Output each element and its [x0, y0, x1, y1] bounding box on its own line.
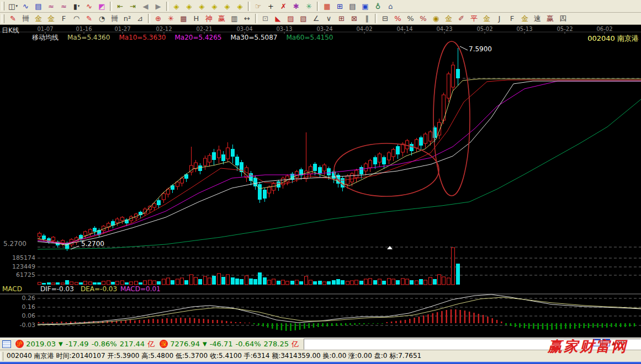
last-page-button[interactable]: ⇥ — [126, 1, 139, 12]
grid-box-button[interactable]: ⊞ — [335, 13, 348, 24]
shen-grid-button[interactable]: 神 — [203, 13, 215, 24]
network-button[interactable]: ♁ — [372, 1, 384, 12]
save-button[interactable]: ▣ — [359, 1, 372, 12]
gann-tool-button[interactable]: ✱ — [290, 1, 303, 12]
mini-window-icon[interactable] — [602, 339, 610, 346]
shrink-right-button[interactable]: ◈ — [183, 1, 195, 12]
ruler-tool-icon: ▥ — [231, 15, 237, 22]
golden-lines-button[interactable]: 金 — [442, 13, 455, 24]
expand-vertical-button[interactable]: ◈ — [221, 1, 234, 12]
vscale-label: 123449 — [0, 263, 35, 270]
parallel-lines-button[interactable]: ∥ — [361, 13, 373, 24]
box-tool-button[interactable]: ⊡ — [259, 13, 272, 24]
compress-horizontal-button[interactable]: ◈ — [208, 1, 221, 12]
price-scale-button[interactable]: ⊟ — [379, 13, 391, 24]
golden-section-button[interactable]: 金 — [32, 13, 45, 24]
minute-chart-9-button[interactable]: ≈ — [57, 1, 70, 12]
parallel-lines-icon: ∥ — [365, 15, 369, 22]
grid-tool-button[interactable]: 卌 — [19, 13, 32, 24]
color-indicator-icon: ◩ — [98, 3, 105, 10]
ma5-value-label: Ma60=5.4150 — [286, 34, 333, 41]
measure-tool-button[interactable]: ↔ — [241, 13, 253, 24]
pingtai-tool-button[interactable]: 平 — [468, 13, 480, 24]
save-icon: ▣ — [362, 3, 368, 10]
gann-shade-button[interactable]: ▧ — [297, 13, 310, 24]
market-table-icon[interactable] — [2, 340, 11, 348]
date-label: 06-02 — [596, 26, 612, 32]
expand-all-button[interactable]: ◈ — [234, 1, 246, 12]
date-label: 03-13 — [276, 26, 292, 32]
starburst-tool-button[interactable]: ✳ — [165, 13, 177, 24]
gold-angle-button[interactable]: 金 — [518, 13, 531, 24]
calendar-button[interactable]: ▦ — [321, 1, 333, 12]
shenzhen-badge[interactable]: 深 — [160, 340, 168, 348]
percent-line-button[interactable]: % — [417, 13, 430, 24]
prev-button[interactable]: ◀ — [139, 1, 152, 12]
fan-lines-button[interactable]: ◣ — [272, 13, 284, 24]
red-pencil-button[interactable]: ✎ — [83, 13, 96, 24]
ying-grid-button[interactable]: 赢 — [215, 13, 228, 24]
angle-lines-button[interactable]: ∠ — [310, 13, 322, 24]
marker-pencil-button[interactable]: ✐ — [455, 13, 468, 24]
web-grid-button[interactable]: ▩ — [177, 13, 190, 24]
percent-retrace-button[interactable]: % — [391, 13, 404, 24]
mini-window-icon[interactable] — [593, 339, 601, 346]
gann-box-button[interactable]: ▨ — [284, 13, 297, 24]
command-input[interactable] — [304, 339, 641, 350]
angle-tool-button[interactable]: ⊿ — [134, 13, 146, 24]
crosshair-tool-button[interactable]: + — [264, 1, 277, 12]
f-angle-button[interactable]: F — [506, 13, 518, 24]
gann-shade-icon: ▧ — [300, 15, 306, 22]
computer-button[interactable]: ⌂ — [384, 1, 397, 12]
dense-grid-button[interactable]: 卌 — [108, 13, 121, 24]
calculator-button[interactable]: ⊞ — [333, 1, 346, 12]
crosshair-tool-icon: + — [268, 3, 274, 10]
smart-tool-button[interactable]: ✳ — [303, 1, 315, 12]
golden-channel-button[interactable]: 金 — [45, 13, 57, 24]
toolbar-separator — [166, 2, 168, 11]
wave-tool-button[interactable]: Η — [190, 13, 203, 24]
golden-circle-button[interactable]: ◉ — [430, 13, 442, 24]
tray-icons: ▲ SH — [593, 339, 624, 346]
info-panel-button[interactable]: ▤ — [32, 1, 45, 12]
shanghai-badge[interactable]: 沪 — [15, 340, 24, 348]
fibonacci-button[interactable]: F — [57, 13, 70, 24]
shrink-left-button[interactable]: ◈ — [170, 1, 183, 12]
percent-button[interactable]: % — [404, 13, 417, 24]
expand-horizontal-button[interactable]: ◈ — [195, 1, 208, 12]
pencil-tool-button[interactable]: ✎ — [7, 13, 19, 24]
four-angle-button[interactable]: 四 — [557, 13, 569, 24]
arc-tool-button[interactable]: ◠ — [70, 13, 83, 24]
j-angle-button[interactable]: J — [493, 13, 506, 24]
f-angle-icon: F — [510, 15, 514, 22]
fibonacci-icon: F — [62, 15, 66, 22]
overlay-curve-button[interactable]: ∿ — [83, 1, 96, 12]
hand-tool-button[interactable]: ☞ — [252, 1, 264, 12]
color-indicator-button[interactable]: ◩ — [96, 1, 108, 12]
toolbar-grip[interactable] — [2, 2, 4, 10]
notes-button[interactable]: ▤ — [346, 1, 359, 12]
minute-chart-3-button[interactable]: ≈ — [45, 1, 57, 12]
candle-type-button[interactable]: ▮▾ — [70, 1, 83, 12]
speed-line-button[interactable]: 速 — [531, 13, 544, 24]
date-label: 03-04 — [236, 26, 252, 32]
ruler-tool-button[interactable]: ▥ — [228, 13, 241, 24]
grid-box2-button[interactable]: ⊠ — [348, 13, 361, 24]
info-bar-grip[interactable] — [1, 352, 3, 361]
cycle-tool-button[interactable]: ◔ — [96, 13, 108, 24]
ying-angle-button[interactable]: 赢 — [544, 13, 557, 24]
trend-line-button[interactable]: ∿ — [19, 1, 32, 12]
n-square-button[interactable]: n² — [121, 13, 134, 24]
toolbar-separator — [148, 14, 150, 23]
macd-indicator-label[interactable]: MACD — [2, 285, 22, 293]
target-tool-button[interactable]: ⊕ — [152, 13, 165, 24]
zigzag-tool-button[interactable]: ∨ — [322, 13, 335, 24]
next-button[interactable]: ▶ — [152, 1, 165, 12]
golden-box-button[interactable]: 金 — [480, 13, 493, 24]
toolbar-grip[interactable] — [2, 14, 4, 23]
mark-tool-button[interactable]: ✗ — [277, 1, 290, 12]
kline-style-button[interactable]: ◫▾ — [7, 1, 19, 12]
measure-tool-icon: ↔ — [244, 15, 250, 22]
first-page-button[interactable]: ⇤ — [114, 1, 126, 12]
min-price-callout-label: 5.2700 — [81, 240, 104, 248]
